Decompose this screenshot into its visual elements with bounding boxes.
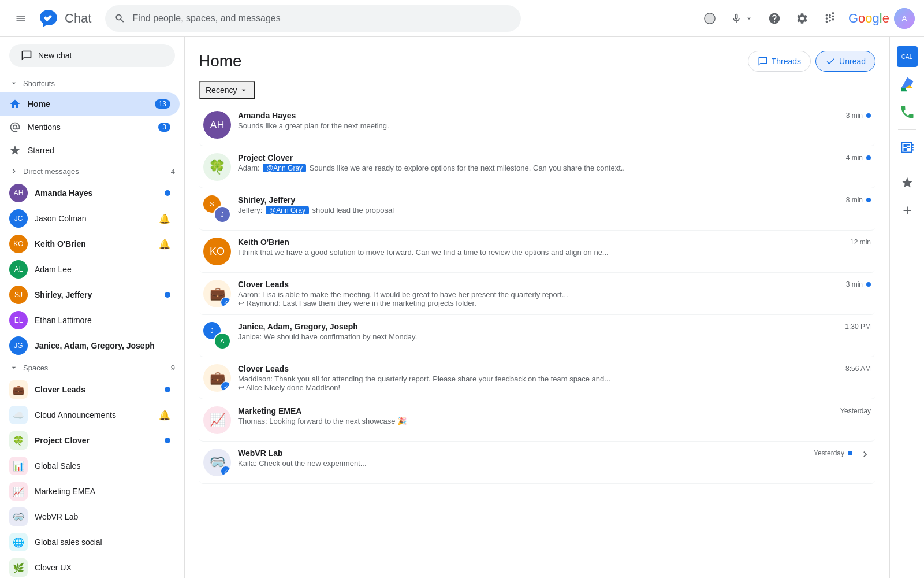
- chat-content-marketing-emea: Marketing EMEA Yesterday Thomas: Looking…: [238, 406, 871, 425]
- home-icon: [9, 98, 21, 110]
- menu-icon[interactable]: [9, 7, 32, 30]
- avatar-marketing-emea: 📈: [203, 406, 231, 434]
- bell-icon-keith: 🔔: [159, 239, 170, 250]
- chat-item-clover-leads-2[interactable]: 💼 ✓ Clover Leads 8:56 AM Maddison: Thank…: [199, 357, 875, 399]
- calendar-icon-btn[interactable]: CAL: [895, 44, 920, 69]
- avatar-project-clover-main: 🍀: [203, 153, 231, 181]
- avatar-amanda-hayes: AH: [9, 184, 28, 202]
- direct-messages-section[interactable]: Direct messages 4: [0, 162, 184, 180]
- chat-content-webvr-lab: WebVR Lab Yesterday Kaila: Check out the…: [238, 449, 852, 468]
- unread-button[interactable]: Unread: [815, 51, 875, 72]
- chat-logo: [37, 7, 60, 30]
- threads-button[interactable]: Threads: [748, 51, 811, 72]
- new-chat-button[interactable]: New chat: [9, 44, 175, 67]
- page-title-row: Home Threads Unread: [199, 51, 875, 72]
- avatar-shirley: SJ: [9, 286, 28, 304]
- phone-icon-btn[interactable]: [895, 99, 920, 125]
- chat-item-janice-group[interactable]: J A Janice, Adam, Gregory, Joseph 1:30 P…: [199, 315, 875, 357]
- sidebar-item-global-sales-social[interactable]: 🌐 Global sales social: [0, 529, 180, 555]
- recency-button[interactable]: Recency: [199, 81, 255, 99]
- chat-content-janice-group: Janice, Adam, Gregory, Joseph 1:30 PM Ja…: [238, 322, 871, 341]
- avatar-adam: AL: [9, 260, 28, 279]
- avatar-clover-leads-2: 💼 ✓: [203, 364, 231, 392]
- sidebar-item-clover-ux[interactable]: 🌿 Clover UX: [0, 555, 180, 578]
- sidebar-item-project-clover[interactable]: 🍀 Project Clover: [0, 428, 180, 453]
- voice-dropdown-btn[interactable]: [726, 7, 758, 30]
- chat-item-webvr-lab[interactable]: 🥽 ✓ WebVR Lab Yesterday Kaila: Check out…: [199, 442, 875, 484]
- sidebar-item-jason-colman[interactable]: JC Jason Colman 🔔: [0, 206, 180, 231]
- sidebar-item-keith-obrien[interactable]: KO Keith O'Brien 🔔: [0, 231, 180, 257]
- chat-item-shirley-jeffery[interactable]: S J Shirley, Jeffery 8 min Jeffery: @Ann…: [199, 188, 875, 231]
- user-avatar[interactable]: A: [894, 8, 915, 29]
- clover-leads-badge-1: ✓: [221, 297, 231, 307]
- sidebar-item-adam-lee[interactable]: AL Adam Lee: [0, 257, 180, 282]
- bell-icon-jason: 🔔: [159, 213, 170, 224]
- sidebar-item-marketing-emea[interactable]: 📈 Marketing EMEA: [0, 479, 180, 504]
- star-icon-btn[interactable]: [895, 170, 920, 195]
- chat-content-clover-leads-2: Clover Leads 8:56 AM Maddison: Thank you…: [238, 364, 871, 392]
- webvr-lab-icon: 🥽: [9, 507, 28, 526]
- settings-icon-btn[interactable]: [791, 7, 814, 30]
- search-bar[interactable]: [105, 5, 521, 32]
- topbar-right: Google A: [698, 7, 915, 30]
- chat-item-amanda-hayes[interactable]: AH Amanda Hayes 3 min Sounds like a grea…: [199, 104, 875, 146]
- chevron-right-dm-icon: [9, 166, 18, 176]
- sidebar-item-clover-leads[interactable]: 💼 Clover Leads: [0, 377, 180, 402]
- sidebar-item-starred[interactable]: Starred: [0, 139, 180, 162]
- new-chat-icon: [21, 50, 32, 61]
- webvr-lab-badge: ✓: [221, 466, 231, 476]
- add-apps-btn[interactable]: [895, 198, 920, 223]
- sidebar-item-amanda-hayes[interactable]: AH Amanda Hayes: [0, 180, 180, 206]
- star-rp-icon: [901, 176, 914, 189]
- drive-icon: [899, 76, 915, 92]
- sidebar-item-webvr-lab[interactable]: 🥽 WebVR Lab: [0, 504, 180, 529]
- chat-item-project-clover[interactable]: 🍀 Project Clover 4 min Adam: @Ann Gray S…: [199, 146, 875, 188]
- avatar-webvr-lab: 🥽 ✓: [203, 449, 231, 476]
- chat-content-amanda: Amanda Hayes 3 min Sounds like a great p…: [238, 111, 871, 130]
- chat-item-keith-obrien[interactable]: KO Keith O'Brien 12 min I think that we …: [199, 231, 875, 273]
- avatar-shirley-jeffery-group: S J: [203, 195, 231, 223]
- unread-dot-amanda: [165, 190, 170, 196]
- chevron-down-recency-icon: [239, 86, 248, 95]
- video-icon-btn[interactable]: [698, 7, 721, 30]
- shortcuts-section[interactable]: Shortcuts: [0, 74, 184, 92]
- help-icon-btn[interactable]: [763, 7, 786, 30]
- avatar-clover-leads-1: 💼 ✓: [203, 280, 231, 307]
- bell-icon-cloud: 🔔: [159, 410, 170, 421]
- sidebar-item-global-sales[interactable]: 📊 Global Sales: [0, 453, 180, 479]
- sidebar-item-shirley-jeffery[interactable]: SJ Shirley, Jeffery: [0, 282, 180, 307]
- sidebar-item-home[interactable]: Home 13: [0, 92, 180, 116]
- unread-dot-shirley: [165, 292, 170, 298]
- marketing-emea-icon: 📈: [9, 482, 28, 501]
- add-icon: [901, 204, 914, 217]
- tasks-icon: [900, 140, 915, 155]
- topbar: Chat Google A: [0, 0, 924, 37]
- sidebar-item-janice-group[interactable]: JG Janice, Adam, Gregory, Joseph: [0, 333, 180, 358]
- avatar-keith-main: KO: [203, 238, 231, 265]
- spaces-section[interactable]: Spaces 9: [0, 358, 184, 377]
- tasks-icon-btn[interactable]: [895, 135, 920, 160]
- search-input[interactable]: [133, 13, 512, 24]
- sidebar-item-mentions[interactable]: Mentions 3: [0, 116, 180, 139]
- chat-content-clover-leads-1: Clover Leads 3 min Aaron: Lisa is able t…: [238, 280, 871, 307]
- unread-dot-project-clover: [165, 438, 170, 443]
- avatar-janice-group-main: J A: [203, 322, 231, 350]
- at-icon: [9, 121, 21, 133]
- chat-item-marketing-emea[interactable]: 📈 Marketing EMEA Yesterday Thomas: Looki…: [199, 399, 875, 442]
- search-icon: [114, 13, 125, 24]
- clover-leads-icon: 💼: [9, 380, 28, 399]
- avatar-keith: KO: [9, 235, 28, 253]
- global-sales-icon: 📊: [9, 457, 28, 475]
- drive-icon-btn[interactable]: [895, 72, 920, 97]
- phone-icon: [899, 104, 915, 120]
- avatar-janice-group: JG: [9, 336, 28, 355]
- chat-content-keith: Keith O'Brien 12 min I think that we hav…: [238, 238, 871, 257]
- title-buttons: Threads Unread: [748, 51, 875, 72]
- avatar-jason-colman: JC: [9, 209, 28, 228]
- chat-item-clover-leads-1[interactable]: 💼 ✓ Clover Leads 3 min Aaron: Lisa is ab…: [199, 273, 875, 315]
- sidebar-item-cloud-announcements[interactable]: ☁️ Cloud Announcements 🔔: [0, 402, 180, 428]
- project-clover-icon: 🍀: [9, 431, 28, 450]
- sidebar-item-ethan-lattimore[interactable]: EL Ethan Lattimore: [0, 307, 180, 333]
- chevron-down-icon: [9, 79, 18, 88]
- apps-icon-btn[interactable]: [818, 7, 841, 30]
